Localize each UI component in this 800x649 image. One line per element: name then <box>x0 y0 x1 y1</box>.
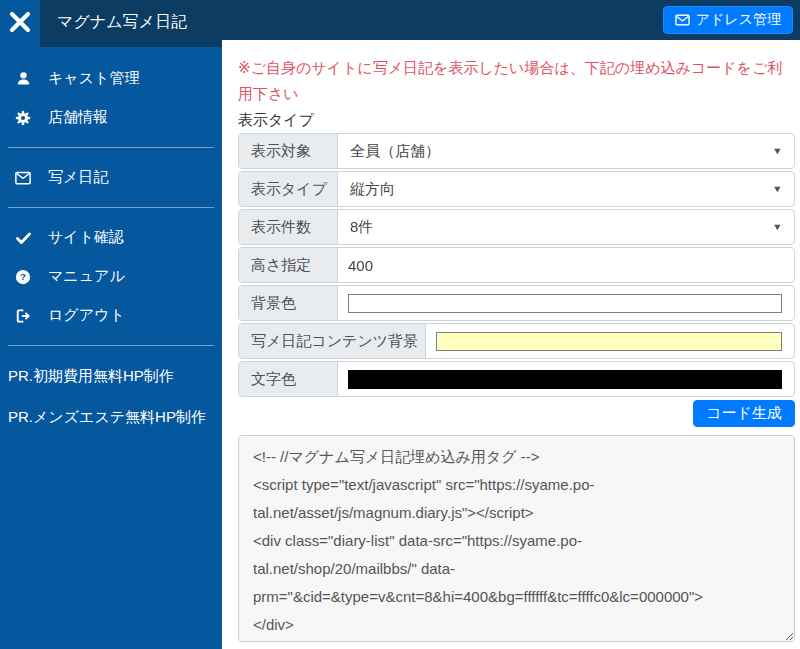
select-value: 縦方向 <box>350 180 395 199</box>
sidebar-divider <box>8 345 214 346</box>
brand-bar: マグナム写メ日記 <box>40 0 222 47</box>
sidebar-item-manual[interactable]: ? マニュアル <box>0 257 222 296</box>
sidebar-item-cast-management[interactable]: キャスト管理 <box>0 59 222 98</box>
form-row-display-count: 表示件数 8件 ▼ <box>238 209 795 245</box>
top-bar: アドレス管理 <box>222 0 800 40</box>
sidebar-item-label: ログアウト <box>48 306 125 325</box>
pr-link-free-hp[interactable]: PR.初期費用無料HP制作 <box>0 356 222 397</box>
form-row-label: 高さ指定 <box>239 248 338 282</box>
sidebar-item-label: マニュアル <box>48 267 125 286</box>
app-window: マグナム写メ日記 キャスト管理 <box>0 0 800 649</box>
background-color-input[interactable] <box>348 294 782 313</box>
sidebar-item-shop-info[interactable]: 店舗情報 <box>0 98 222 137</box>
form-row-label: 表示件数 <box>239 210 338 244</box>
close-icon <box>7 9 33 39</box>
sidebar-item-label: キャスト管理 <box>48 69 139 88</box>
select-value: 8件 <box>350 218 373 237</box>
embed-code-textarea[interactable]: <!-- //マグナム写メ日記埋め込み用タグ --> <script type=… <box>238 435 795 642</box>
form-row-height: 高さ指定 <box>238 247 795 283</box>
envelope-icon <box>14 169 32 187</box>
form-row-text-color: 文字色 <box>238 361 795 397</box>
text-color-input[interactable] <box>348 370 782 389</box>
sidebar-nav: キャスト管理 店舗情報 <box>0 47 222 438</box>
form-row-label: 表示タイプ <box>239 172 338 206</box>
display-count-select[interactable]: 8件 <box>338 210 794 244</box>
section-label: 表示タイプ <box>238 108 795 131</box>
sidebar: マグナム写メ日記 キャスト管理 <box>0 0 222 649</box>
user-icon <box>14 70 32 88</box>
svg-text:?: ? <box>20 271 26 282</box>
logout-icon <box>14 307 32 325</box>
address-management-button[interactable]: アドレス管理 <box>663 6 793 34</box>
generate-code-button[interactable]: コード生成 <box>693 400 795 427</box>
form-row-label: 表示対象 <box>239 134 338 168</box>
form-row-display-target: 表示対象 全員（店舗） ▼ <box>238 133 795 169</box>
question-circle-icon: ? <box>14 268 32 286</box>
sidebar-item-photo-diary[interactable]: 写メ日記 <box>0 158 222 197</box>
form-row-label: 文字色 <box>239 362 338 396</box>
sidebar-item-label: 店舗情報 <box>48 108 108 127</box>
form-row-background-color: 背景色 <box>238 285 795 321</box>
envelope-icon <box>675 14 690 26</box>
sidebar-divider <box>8 147 214 148</box>
display-target-select[interactable]: 全員（店舗） <box>338 134 794 168</box>
form-row-label: 背景色 <box>239 286 338 320</box>
gear-icon <box>14 109 32 127</box>
address-management-label: アドレス管理 <box>696 11 781 29</box>
embed-notice-text: ※ご自身のサイトに写メ日記を表示したい場合は、下記の埋め込みコードをご利用下さい <box>238 55 786 107</box>
select-value: 全員（店舗） <box>350 142 440 161</box>
sidebar-item-logout[interactable]: ログアウト <box>0 296 222 335</box>
check-icon <box>14 229 32 247</box>
height-input[interactable] <box>338 248 794 282</box>
display-type-select[interactable]: 縦方向 <box>338 172 794 206</box>
sidebar-item-label: サイト確認 <box>48 228 124 247</box>
main-content: ※ご自身のサイトに写メ日記を表示したい場合は、下記の埋め込みコードをご利用下さい… <box>222 40 800 649</box>
form-row-content-background-color: 写メ日記コンテンツ背景 <box>238 323 795 359</box>
content-background-color-input[interactable] <box>436 332 782 351</box>
form-row-label: 写メ日記コンテンツ背景 <box>239 324 426 358</box>
embed-settings-form: 表示対象 全員（店舗） ▼ 表示タイプ 縦方向 ▼ 表示件数 <box>238 133 795 427</box>
pr-link-mens-esthe-hp[interactable]: PR.メンズエステ無料HP制作 <box>0 397 222 438</box>
form-row-display-type: 表示タイプ 縦方向 ▼ <box>238 171 795 207</box>
sidebar-toggle-button[interactable] <box>0 0 40 47</box>
sidebar-item-site-check[interactable]: サイト確認 <box>0 218 222 257</box>
sidebar-item-label: 写メ日記 <box>48 168 108 187</box>
app-title: マグナム写メ日記 <box>57 0 187 44</box>
sidebar-divider <box>8 207 214 208</box>
